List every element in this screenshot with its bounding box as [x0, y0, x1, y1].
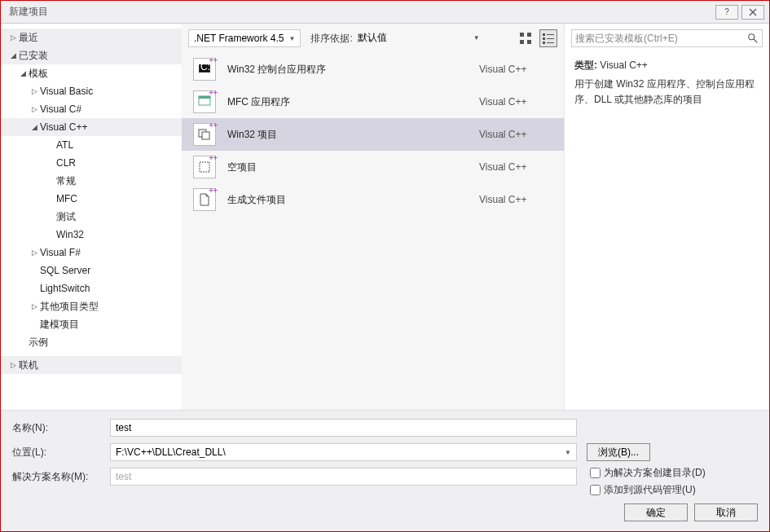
location-input[interactable] — [116, 446, 565, 458]
sidebar-item-visual-basic[interactable]: Visual Basic — [1, 82, 182, 100]
solution-name-field — [110, 468, 577, 486]
framework-select[interactable]: .NET Framework 4.5 ▼ — [188, 29, 301, 47]
view-list-button[interactable] — [539, 29, 557, 47]
sidebar-item-clr[interactable]: CLR — [1, 154, 182, 172]
sidebar-item-test[interactable]: 测试 — [1, 208, 182, 226]
sidebar-item-mfc[interactable]: MFC — [1, 190, 182, 208]
window-title: 新建项目 — [9, 5, 712, 19]
sidebar-installed[interactable]: 已安装 — [1, 46, 182, 64]
chevron-right-icon — [29, 248, 40, 257]
sidebar-item-visual-csharp[interactable]: Visual C# — [1, 100, 182, 118]
chevron-right-icon — [29, 302, 40, 310]
sort-by-label: 排序依据: — [310, 32, 352, 46]
caret-down-icon: ▼ — [565, 449, 571, 456]
list-icon — [543, 33, 554, 44]
browse-button[interactable]: 浏览(B)... — [587, 443, 650, 461]
sidebar-item-visual-cpp[interactable]: Visual C++ — [1, 118, 182, 136]
template-icon — [193, 90, 216, 113]
template-item-mfc-app[interactable]: MFC 应用程序 Visual C++ — [182, 86, 564, 118]
sidebar-item-modeling[interactable]: 建模项目 — [1, 315, 182, 333]
template-icon — [193, 156, 216, 178]
template-icon: C:\ — [193, 58, 216, 81]
search-box[interactable] — [571, 29, 763, 47]
location-label: 位置(L): — [12, 446, 103, 459]
solution-name-input — [116, 471, 571, 482]
template-item-win32-project[interactable]: Win32 项目 Visual C++ — [182, 118, 564, 151]
sidebar-item-sql-server[interactable]: SQL Server — [1, 262, 182, 279]
title-bar: 新建项目 ? — [1, 1, 769, 24]
chevron-down-icon — [29, 123, 40, 131]
sidebar-online[interactable]: 联机 — [1, 356, 182, 374]
location-field[interactable]: ▼ — [110, 443, 577, 461]
sidebar: 最近 已安装 模板 Visual Basic Visual C# Visual … — [1, 24, 182, 410]
sidebar-templates[interactable]: 模板 — [1, 64, 182, 82]
close-icon — [749, 8, 757, 16]
sidebar-recent[interactable]: 最近 — [1, 29, 182, 46]
sidebar-samples[interactable]: 示例 — [1, 333, 182, 351]
chevron-right-icon — [29, 87, 40, 95]
svg-rect-6 — [202, 132, 209, 139]
name-field[interactable] — [110, 419, 577, 437]
svg-rect-7 — [200, 162, 209, 172]
view-large-icons-button[interactable] — [517, 29, 535, 47]
close-button[interactable] — [741, 5, 764, 20]
sidebar-item-lightswitch[interactable]: LightSwitch — [1, 279, 182, 297]
bottom-panel: 名称(N): 位置(L): ▼ 解决方案名称(M): 浏览(B)... 为解 — [1, 410, 769, 531]
solution-name-label: 解决方案名称(M): — [12, 470, 103, 484]
chevron-right-icon — [29, 105, 40, 113]
name-input[interactable] — [116, 422, 571, 433]
sidebar-item-visual-fsharp[interactable]: Visual F# — [1, 244, 182, 262]
grid-icon — [520, 33, 531, 44]
search-input[interactable] — [575, 33, 747, 44]
caret-down-icon: ▼ — [473, 34, 480, 42]
name-label: 名称(N): — [12, 421, 103, 435]
source-control-checkbox[interactable]: 添加到源代码管理(U) — [590, 483, 758, 497]
chevron-right-icon — [7, 33, 19, 42]
chevron-down-icon — [7, 51, 19, 59]
svg-point-8 — [749, 34, 755, 40]
svg-text:C:\: C:\ — [200, 63, 211, 73]
help-button[interactable]: ? — [715, 5, 738, 20]
sidebar-item-other-types[interactable]: 其他项目类型 — [1, 297, 182, 315]
template-description: 类型: Visual C++ 用于创建 Win32 应用程序、控制台应用程序、D… — [565, 53, 769, 113]
template-item-win32-console[interactable]: C:\ Win32 控制台应用程序 Visual C++ — [182, 53, 564, 86]
template-icon — [193, 188, 216, 211]
svg-rect-4 — [199, 96, 210, 99]
template-list: C:\ Win32 控制台应用程序 Visual C++ MFC 应用程序 Vi… — [182, 53, 564, 410]
sidebar-item-atl[interactable]: ATL — [1, 136, 182, 154]
template-icon — [193, 123, 216, 146]
create-dir-checkbox[interactable]: 为解决方案创建目录(D) — [590, 466, 758, 480]
toolbar: .NET Framework 4.5 ▼ 排序依据: 默认值 ▼ — [182, 24, 564, 53]
caret-down-icon: ▼ — [288, 35, 295, 42]
template-item-empty-project[interactable]: 空项目 Visual C++ — [182, 151, 564, 183]
chevron-right-icon — [7, 361, 19, 369]
ok-button[interactable]: 确定 — [624, 503, 688, 521]
sidebar-item-win32[interactable]: Win32 — [1, 226, 182, 244]
svg-line-9 — [754, 39, 757, 42]
sidebar-item-general[interactable]: 常规 — [1, 172, 182, 190]
template-item-makefile-project[interactable]: 生成文件项目 Visual C++ — [182, 183, 564, 216]
sort-select[interactable]: 默认值 ▼ — [358, 29, 480, 47]
cancel-button[interactable]: 取消 — [694, 503, 758, 521]
chevron-down-icon — [17, 69, 29, 77]
search-icon — [747, 33, 759, 44]
